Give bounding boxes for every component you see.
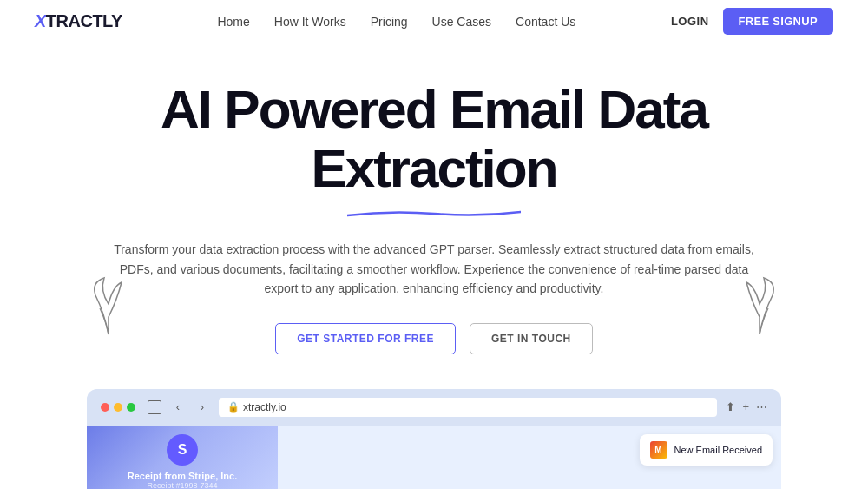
maximize-window-button[interactable] [127,403,135,412]
hero-underline-decoration [347,207,521,240]
hero-section: AI Powered Email Data Extraction Transfo… [0,43,868,489]
nav-pricing[interactable]: Pricing [371,15,408,29]
url-text: xtractly.io [243,401,286,413]
nav-how-it-works[interactable]: How It Works [274,15,346,29]
back-button[interactable]: ‹ [170,400,186,415]
logo: XTRACTLY [35,11,122,31]
browser-content-area: S Receipt from Stripe, Inc. Receipt #199… [87,426,781,489]
browser-action-icons: ⬆ + ⋯ [726,400,767,413]
new-email-label: New Email Received [674,445,762,455]
header-actions: LOGIN FREE SIGNUP [671,8,833,35]
get-in-touch-button[interactable]: GET IN TOUCH [470,323,593,354]
hero-description: Transform your data extraction process w… [104,240,764,298]
new-email-notification: M New Email Received [640,434,773,466]
hero-title: AI Powered Email Data Extraction [161,80,707,198]
add-tab-icon[interactable]: + [742,400,749,413]
browser-tabs-icon [148,400,161,414]
gmail-icon: M [650,441,667,459]
stripe-avatar: S [167,434,198,466]
login-button[interactable]: LOGIN [671,15,709,28]
nav-contact[interactable]: Contact Us [516,15,575,29]
browser-window-controls [101,403,135,412]
plant-right-decoration [738,269,781,339]
logo-x: X [35,11,46,30]
lock-icon: 🔒 [227,401,240,413]
logo-text: XTRACTLY [35,11,122,31]
email-receipt-number: Receipt #1998-7344 [147,481,217,489]
browser-mockup: ‹ › 🔒 xtractly.io ⬆ + ⋯ S Receipt from S… [87,389,781,489]
more-options-icon[interactable]: ⋯ [756,400,767,413]
plant-left-decoration [87,269,130,339]
notification-area: M New Email Received [278,426,781,489]
nav-home[interactable]: Home [217,15,249,29]
header: XTRACTLY Home How It Works Pricing Use C… [0,0,868,43]
address-bar[interactable]: 🔒 xtractly.io [219,398,717,417]
hero-buttons: GET STARTED FOR FREE GET IN TOUCH [275,323,593,354]
share-icon[interactable]: ⬆ [726,400,735,413]
nav-use-cases[interactable]: Use Cases [432,15,491,29]
email-preview-panel: S Receipt from Stripe, Inc. Receipt #199… [87,426,278,489]
minimize-window-button[interactable] [114,403,122,412]
forward-button[interactable]: › [194,400,210,415]
close-window-button[interactable] [101,403,109,412]
nav: Home How It Works Pricing Use Cases Cont… [217,15,575,29]
browser-toolbar: ‹ › 🔒 xtractly.io ⬆ + ⋯ [87,389,781,426]
signup-button[interactable]: FREE SIGNUP [723,8,833,35]
email-receipt-title: Receipt from Stripe, Inc. [128,471,238,481]
get-started-button[interactable]: GET STARTED FOR FREE [275,323,456,354]
